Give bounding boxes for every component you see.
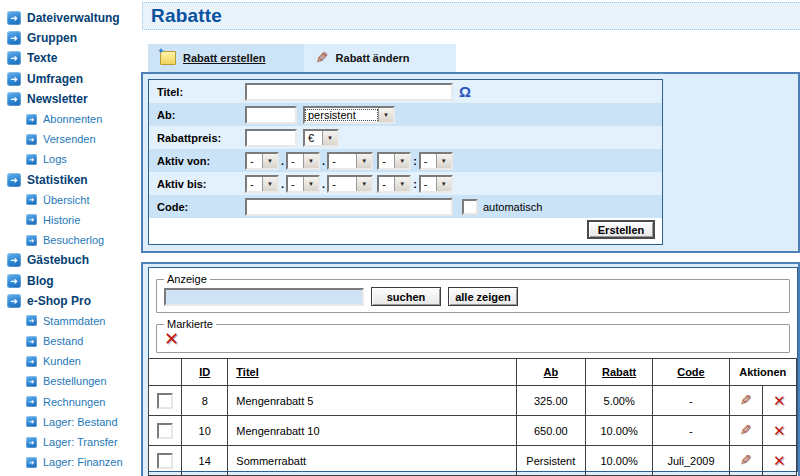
row-checkbox[interactable] (157, 393, 173, 409)
sidebar-item-stammdaten[interactable]: ➜Stammdaten (0, 311, 141, 331)
edit-pencil-icon[interactable]: ✎ (740, 424, 752, 436)
arrow-icon: ➜ (26, 194, 37, 205)
arrow-icon: ➜ (26, 214, 37, 225)
aktiv-von-label: Aktiv von: (149, 155, 245, 167)
delete-x-icon[interactable]: ✕ (773, 392, 786, 409)
tab-bar: ✦ Rabatt erstellen ✎ Rabatt ändern (148, 44, 456, 72)
currency-select[interactable]: € ▼ (303, 129, 339, 147)
sidebar-item-abonnenten[interactable]: ➜Abonnenten (0, 109, 141, 129)
arrow-icon: ➜ (26, 134, 37, 145)
sidebar-item-logs[interactable]: ➜Logs (0, 149, 141, 169)
date-select[interactable]: -▼ (327, 175, 373, 193)
sidebar-item-label: Dateiverwaltung (27, 11, 120, 25)
sidebar-item-gästebuch[interactable]: ➜Gästebuch (0, 250, 141, 270)
row-code: Juli_2009 (653, 446, 729, 476)
date-select[interactable]: -▼ (286, 152, 320, 170)
sidebar-item-blog[interactable]: ➜Blog (0, 270, 141, 290)
date-select[interactable]: -▼ (327, 152, 373, 170)
sidebar-item-lager-bestand[interactable]: ➜Lager: Bestand (0, 412, 141, 432)
alle-zeigen-button[interactable]: alle zeigen (448, 287, 518, 306)
chevron-down-icon: ▼ (356, 154, 371, 168)
sidebar-item-bestellungen[interactable]: ➜Bestellungen (0, 371, 141, 391)
sidebar-item-newsletter[interactable]: ➜Newsletter (0, 89, 141, 109)
sidebar-item-label: Lager: Bestand (43, 416, 118, 428)
sidebar-item-texte[interactable]: ➜Texte (0, 48, 141, 68)
sort-id-link[interactable]: ID (199, 366, 210, 378)
automatisch-checkbox[interactable] (462, 199, 478, 215)
erstellen-button[interactable]: Erstellen (587, 220, 655, 239)
sidebar-item-dateiverwaltung[interactable]: ➜Dateiverwaltung (0, 8, 141, 28)
row-checkbox[interactable] (157, 423, 173, 439)
date-select[interactable]: -▼ (419, 175, 453, 193)
date-separator: . (281, 178, 284, 190)
arrow-icon: ➜ (26, 154, 37, 165)
row-select-cell (149, 446, 182, 476)
sidebar-item-kunden[interactable]: ➜Kunden (0, 351, 141, 371)
date-select[interactable]: -▼ (245, 175, 279, 193)
row-select-cell (149, 416, 182, 446)
titel-input[interactable] (245, 83, 453, 101)
date-select[interactable]: -▼ (419, 152, 453, 170)
delete-x-icon[interactable]: ✕ (773, 422, 786, 439)
table-row: 8Mengenrabatt 5325.005.00%-✎✕ (149, 386, 797, 416)
special-char-omega-button[interactable]: Ω (459, 83, 471, 100)
sidebar-item-rechnungen[interactable]: ➜Rechnungen (0, 392, 141, 412)
currency-select-value: € (305, 132, 322, 144)
form-row-titel: Titel: Ω (149, 80, 662, 103)
suchen-button[interactable]: suchen (371, 287, 441, 306)
sidebar-item-label: Übersicht (43, 194, 89, 206)
sidebar-item-historie[interactable]: ➜Historie (0, 210, 141, 230)
date-select-value: - (288, 178, 303, 190)
chevron-down-icon: ▼ (262, 154, 277, 168)
ab-type-select[interactable]: persistent ▼ (303, 106, 395, 124)
chevron-down-icon: ▼ (262, 177, 277, 191)
sort-titel-link[interactable]: Titel (236, 366, 258, 378)
row-checkbox[interactable] (157, 453, 173, 469)
date-select[interactable]: -▼ (245, 152, 279, 170)
rabattpreis-label: Rabattpreis: (149, 132, 245, 144)
sidebar-item-versenden[interactable]: ➜Versenden (0, 129, 141, 149)
anzeige-fieldset: Anzeige suchen alle zeigen (156, 273, 790, 313)
date-select[interactable]: -▼ (286, 175, 320, 193)
date-select[interactable]: -▼ (377, 152, 411, 170)
date-select[interactable]: -▼ (377, 175, 411, 193)
arrow-icon: ➜ (26, 437, 37, 448)
sort-rabatt-link[interactable]: Rabatt (602, 366, 636, 378)
arrow-icon: ➜ (26, 356, 37, 367)
sidebar-item-übersicht[interactable]: ➜Übersicht (0, 190, 141, 210)
sidebar-item-umfragen[interactable]: ➜Umfragen (0, 69, 141, 89)
sidebar-item-bestand[interactable]: ➜Bestand (0, 331, 141, 351)
sort-ab-link[interactable]: Ab (543, 366, 558, 378)
sidebar-item-statistiken[interactable]: ➜Statistiken (0, 170, 141, 190)
search-input[interactable] (164, 288, 364, 306)
ab-input[interactable] (245, 106, 297, 124)
arrow-icon: ➜ (26, 315, 37, 326)
sidebar-item-label: Bestellungen (43, 375, 107, 387)
tab-rabatt-aendern[interactable]: ✎ Rabatt ändern (304, 44, 456, 72)
edit-pencil-icon[interactable]: ✎ (740, 394, 752, 406)
sidebar-item-besucherlog[interactable]: ➜Besucherlog (0, 230, 141, 250)
arrow-icon: ➜ (7, 72, 21, 86)
delete-x-icon[interactable]: ✕ (773, 452, 786, 469)
date-select-value: - (421, 178, 436, 190)
delete-marked-icon[interactable]: ✕ (164, 332, 179, 346)
form-row-aktiv-von: Aktiv von: -▼.-▼.-▼-▼:-▼ (149, 149, 662, 172)
discount-table: ID Titel Ab Rabatt Code Aktionen 8Mengen… (148, 358, 797, 476)
code-input[interactable] (245, 198, 453, 216)
select-column-header (149, 359, 182, 386)
sidebar-item-lager-transfer[interactable]: ➜Lager: Transfer (0, 432, 141, 452)
sidebar-item-lager-finanzen[interactable]: ➜Lager: Finanzen (0, 452, 141, 472)
sidebar-item-label: Umfragen (27, 72, 83, 86)
row-titel: Mengenrabatt 10 (228, 416, 516, 446)
date-select-value: - (247, 178, 262, 190)
row-rabatt: 10.00% (585, 446, 652, 476)
row-edit-cell: ✎ (729, 386, 762, 416)
sidebar-item-label: Newsletter (27, 92, 88, 106)
edit-pencil-icon[interactable]: ✎ (740, 454, 752, 466)
automatisch-label: automatisch (483, 201, 542, 213)
sort-code-link[interactable]: Code (677, 366, 705, 378)
sidebar-item-e-shop-pro[interactable]: ➜e-Shop Pro (0, 291, 141, 311)
rabattpreis-input[interactable] (245, 129, 297, 147)
tab-rabatt-erstellen[interactable]: ✦ Rabatt erstellen (148, 44, 304, 72)
sidebar-item-gruppen[interactable]: ➜Gruppen (0, 28, 141, 48)
